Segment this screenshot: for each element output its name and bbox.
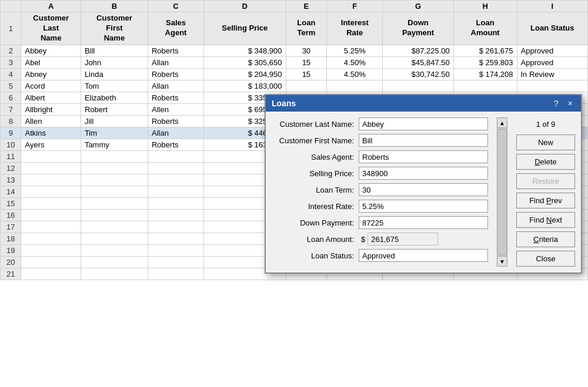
dialog-scrollbar[interactable]: ▲ ▼: [496, 117, 508, 267]
col-header-g[interactable]: G: [383, 1, 453, 12]
cell-r16-c[interactable]: [148, 209, 203, 221]
col-header-c[interactable]: C: [148, 1, 203, 12]
cell-r21-c[interactable]: [148, 268, 203, 280]
cell-r5-e[interactable]: [286, 80, 327, 92]
cell-r8-c[interactable]: Roberts: [148, 115, 203, 127]
loan-term-input[interactable]: [359, 183, 488, 196]
cell-r14-b[interactable]: [81, 186, 148, 197]
cell-r11-b[interactable]: [81, 150, 148, 162]
cell-r2-h[interactable]: $ 261,675: [453, 45, 517, 56]
interest-rate-input[interactable]: [359, 200, 488, 213]
cell-r5-d[interactable]: $ 183,000: [204, 80, 286, 92]
cell-r6-b[interactable]: Elizabeth: [81, 92, 148, 103]
cell-r5-c[interactable]: Allan: [148, 80, 203, 92]
cell-r11-a[interactable]: [21, 150, 81, 162]
cell-r16-a[interactable]: [21, 209, 81, 221]
delete-button[interactable]: Delete: [516, 154, 575, 170]
cell-r5-g[interactable]: [383, 80, 453, 92]
cell-r12-c[interactable]: [148, 162, 203, 174]
cell-r7-c[interactable]: Allen: [148, 103, 203, 115]
col-header-f[interactable]: F: [327, 1, 383, 12]
cell-r2-i[interactable]: Approved: [517, 45, 588, 56]
loan-status-input[interactable]: [359, 249, 488, 262]
col-header-d[interactable]: D: [204, 1, 286, 12]
col-header-e[interactable]: E: [286, 1, 327, 12]
cell-r4-f[interactable]: 4.50%: [327, 68, 383, 80]
cell-r14-c[interactable]: [148, 186, 203, 197]
cell-r4-g[interactable]: $30,742.50: [383, 68, 453, 80]
cell-r13-a[interactable]: [21, 174, 81, 186]
cell-r2-f[interactable]: 5.25%: [327, 45, 383, 56]
cell-r4-e[interactable]: 15: [286, 68, 327, 80]
cell-r10-b[interactable]: Tammy: [81, 139, 148, 150]
cell-r19-a[interactable]: [21, 244, 81, 256]
cell-r17-b[interactable]: [81, 221, 148, 233]
dialog-help-button[interactable]: ?: [552, 99, 561, 108]
cell-r5-h[interactable]: [453, 80, 517, 92]
close-button[interactable]: Close: [516, 251, 575, 267]
cell-r3-b[interactable]: John: [81, 56, 148, 68]
cell-r10-a[interactable]: Ayers: [21, 139, 81, 150]
scroll-up-arrow[interactable]: ▲: [497, 117, 507, 128]
cell-r12-b[interactable]: [81, 162, 148, 174]
cell-r15-a[interactable]: [21, 197, 81, 209]
cell-r4-i[interactable]: In Review: [517, 68, 588, 80]
cell-r19-b[interactable]: [81, 244, 148, 256]
cell-r13-c[interactable]: [148, 174, 203, 186]
table-row[interactable]: 2AbbeyBillRoberts$ 348,900305.25%$87,225…: [1, 45, 588, 56]
first-name-input[interactable]: [359, 134, 488, 147]
col-header-i[interactable]: I: [517, 1, 588, 12]
table-row[interactable]: 5AcordTomAllan$ 183,000: [1, 80, 588, 92]
find-next-button[interactable]: Find Next: [516, 212, 575, 228]
cell-r21-b[interactable]: [81, 268, 148, 280]
cell-r19-c[interactable]: [148, 244, 203, 256]
cell-r15-b[interactable]: [81, 197, 148, 209]
find-prev-button[interactable]: Find Prev: [516, 193, 575, 208]
cell-r9-a[interactable]: Atkins: [21, 127, 81, 139]
cell-r18-b[interactable]: [81, 233, 148, 244]
sales-agent-input[interactable]: [359, 150, 488, 163]
cell-r3-f[interactable]: 4.50%: [327, 56, 383, 68]
cell-r2-g[interactable]: $87,225.00: [383, 45, 453, 56]
last-name-input[interactable]: [359, 117, 488, 130]
cell-r4-d[interactable]: $ 204,950: [204, 68, 286, 80]
cell-r14-a[interactable]: [21, 186, 81, 197]
cell-r17-c[interactable]: [148, 221, 203, 233]
scroll-down-arrow[interactable]: ▼: [497, 256, 507, 267]
cell-r2-d[interactable]: $ 348,900: [204, 45, 286, 56]
cell-r3-i[interactable]: Approved: [517, 56, 588, 68]
cell-r5-f[interactable]: [327, 80, 383, 92]
cell-r3-d[interactable]: $ 305,650: [204, 56, 286, 68]
selling-price-input[interactable]: [359, 167, 488, 180]
cell-r20-b[interactable]: [81, 256, 148, 268]
new-button[interactable]: New: [516, 134, 575, 150]
table-row[interactable]: 3AbelJohnAllan$ 305,650154.50%$45,847.50…: [1, 56, 588, 68]
cell-r10-c[interactable]: Roberts: [148, 139, 203, 150]
cell-r3-e[interactable]: 15: [286, 56, 327, 68]
down-payment-input[interactable]: [359, 216, 488, 229]
cell-r7-a[interactable]: Allbright: [21, 103, 81, 115]
cell-r18-a[interactable]: [21, 233, 81, 244]
cell-r9-c[interactable]: Allan: [148, 127, 203, 139]
cell-r12-a[interactable]: [21, 162, 81, 174]
scroll-track[interactable]: [497, 129, 507, 255]
cell-r4-c[interactable]: Roberts: [148, 68, 203, 80]
cell-r18-c[interactable]: [148, 233, 203, 244]
criteria-button[interactable]: Criteria: [516, 231, 575, 247]
cell-r3-h[interactable]: $ 259,803: [453, 56, 517, 68]
cell-r5-i[interactable]: [517, 80, 588, 92]
cell-r4-h[interactable]: $ 174,208: [453, 68, 517, 80]
restore-button[interactable]: Restore: [516, 173, 575, 189]
cell-r15-c[interactable]: [148, 197, 203, 209]
cell-r6-a[interactable]: Albert: [21, 92, 81, 103]
cell-r16-b[interactable]: [81, 209, 148, 221]
cell-r13-b[interactable]: [81, 174, 148, 186]
cell-r3-c[interactable]: Allan: [148, 56, 203, 68]
cell-r2-c[interactable]: Roberts: [148, 45, 203, 56]
col-header-a[interactable]: A: [21, 1, 81, 12]
cell-r5-a[interactable]: Acord: [21, 80, 81, 92]
cell-r8-a[interactable]: Allen: [21, 115, 81, 127]
cell-r4-a[interactable]: Abney: [21, 68, 81, 80]
cell-r2-a[interactable]: Abbey: [21, 45, 81, 56]
cell-r9-b[interactable]: Tim: [81, 127, 148, 139]
